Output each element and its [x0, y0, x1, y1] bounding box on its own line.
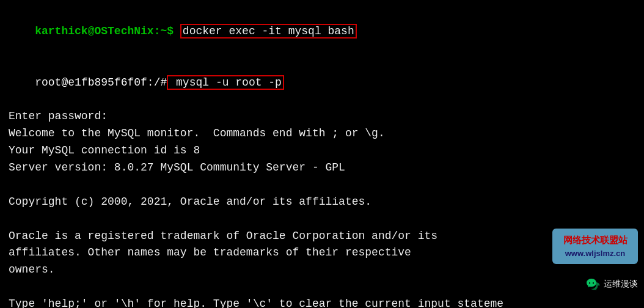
terminal-line-10: Oracle is a registered trademark of Orac…: [9, 228, 635, 245]
prompt-root: root@e1fb895f6f0f:/#: [35, 76, 167, 89]
terminal-line-4: Welcome to the MySQL monitor. Commands e…: [9, 125, 635, 142]
terminal-line-3: Enter password:: [9, 108, 635, 125]
terminal-line-11: affiliates. Other names may be trademark…: [9, 244, 635, 262]
terminal-line-2: root@e1fb895f6f0f:/# mysql -u root -p: [9, 57, 635, 109]
watermark-box: 网络技术联盟站 www.wljslmz.cn: [552, 229, 638, 264]
terminal-empty-3: [9, 279, 635, 296]
terminal-window: karthick@OSTechNix:~$ docker exec -it my…: [0, 0, 644, 308]
wechat-row: 运维漫谈: [587, 277, 638, 291]
wechat-label: 运维漫谈: [604, 277, 638, 291]
watermark-url: www.wljslmz.cn: [561, 248, 629, 260]
terminal-empty-1: [9, 177, 635, 194]
command-docker: docker exec -it mysql bash: [180, 24, 357, 38]
terminal-line-14: Type 'help;' or '\h' for help. Type '\c'…: [9, 296, 635, 308]
terminal-line-1: karthick@OSTechNix:~$ docker exec -it my…: [9, 6, 635, 57]
terminal-empty-2: [9, 211, 635, 228]
terminal-line-6: Server version: 8.0.27 MySQL Community S…: [9, 160, 635, 177]
prompt-user: karthick@OSTechNix:~$: [35, 25, 180, 37]
terminal-line-12: owners.: [9, 262, 635, 279]
terminal-line-5: Your MySQL connection id is 8: [9, 142, 635, 160]
wechat-icon: [587, 277, 600, 291]
command-mysql: mysql -u root -p: [167, 75, 284, 90]
terminal-line-8: Copyright (c) 2000, 2021, Oracle and/or …: [9, 194, 635, 211]
watermark-title: 网络技术联盟站: [561, 233, 629, 248]
